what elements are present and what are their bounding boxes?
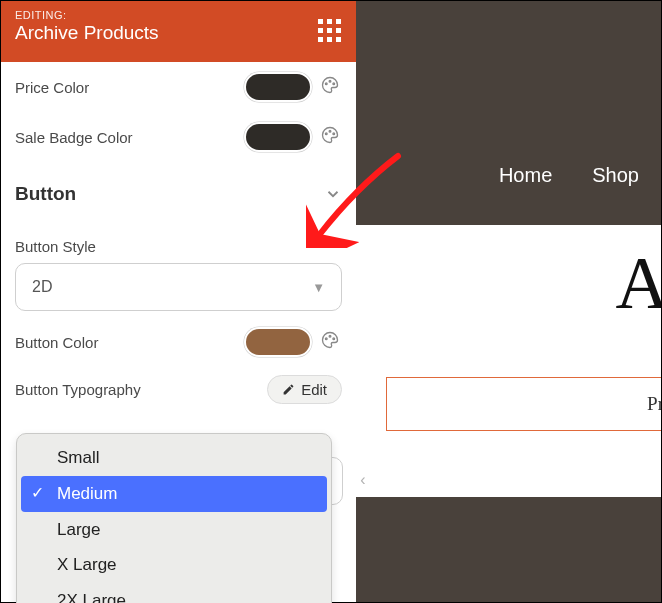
size-option-2xlarge[interactable]: ✓2X Large [21, 583, 327, 603]
button-typography-label: Button Typography [15, 381, 267, 398]
button-color-label: Button Color [15, 334, 244, 351]
preview-hero: Home Shop [356, 1, 661, 225]
caret-down-icon: ▼ [312, 280, 325, 295]
panel-title: Archive Products [15, 22, 342, 44]
svg-point-6 [325, 338, 327, 340]
svg-point-1 [329, 80, 331, 82]
svg-point-7 [329, 335, 331, 337]
button-color-row: Button Color [15, 317, 342, 367]
panel-header: EDITING: Archive Products [1, 1, 356, 62]
price-color-row: Price Color [15, 62, 342, 112]
size-dropdown: ✓Small ✓Medium ✓Large ✓X Large ✓2X Large [16, 433, 332, 603]
size-option-xlarge[interactable]: ✓X Large [21, 547, 327, 583]
button-color-swatch[interactable] [244, 327, 312, 357]
preview-content: A Pr [356, 225, 661, 497]
edit-typography-button[interactable]: Edit [267, 375, 342, 404]
button-style-value: 2D [32, 278, 52, 296]
preview-heading-fragment: A [616, 241, 661, 326]
nav-home-link[interactable]: Home [499, 164, 552, 187]
button-style-select[interactable]: 2D ▼ [15, 263, 342, 311]
edit-label: Edit [301, 381, 327, 398]
button-typography-row: Button Typography Edit [15, 367, 342, 411]
button-section-header[interactable]: Button [15, 168, 342, 220]
chevron-down-icon [324, 185, 342, 203]
svg-point-0 [325, 83, 327, 85]
sale-badge-color-label: Sale Badge Color [15, 129, 244, 146]
svg-point-8 [333, 338, 335, 340]
preview-footer [356, 497, 661, 602]
sale-badge-color-row: Sale Badge Color [15, 112, 342, 162]
editor-panel: EDITING: Archive Products Price Color Sa… [1, 1, 356, 602]
preview-highlight-box: Pr [386, 377, 661, 431]
nav-shop-link[interactable]: Shop [592, 164, 639, 187]
preview-nav: Home Shop [499, 164, 639, 187]
pencil-icon [282, 383, 295, 396]
collapse-panel-icon[interactable]: ‹ [356, 470, 370, 490]
palette-icon[interactable] [318, 75, 342, 99]
size-option-small[interactable]: ✓Small [21, 440, 327, 476]
page-preview: ‹ Home Shop A Pr [356, 1, 661, 602]
size-option-large[interactable]: ✓Large [21, 512, 327, 548]
preview-box-text: Pr [647, 393, 661, 415]
svg-point-3 [325, 133, 327, 135]
button-style-label: Button Style [15, 238, 342, 255]
palette-icon[interactable] [318, 125, 342, 149]
sale-badge-color-swatch[interactable] [244, 122, 312, 152]
price-color-swatch[interactable] [244, 72, 312, 102]
size-option-medium[interactable]: ✓Medium [21, 476, 327, 512]
button-section-title: Button [15, 183, 324, 205]
svg-point-5 [333, 133, 335, 135]
editing-label: EDITING: [15, 9, 342, 21]
svg-point-2 [333, 83, 335, 85]
price-color-label: Price Color [15, 79, 244, 96]
module-grid-icon[interactable] [318, 19, 342, 43]
palette-icon[interactable] [318, 330, 342, 354]
svg-point-4 [329, 130, 331, 132]
